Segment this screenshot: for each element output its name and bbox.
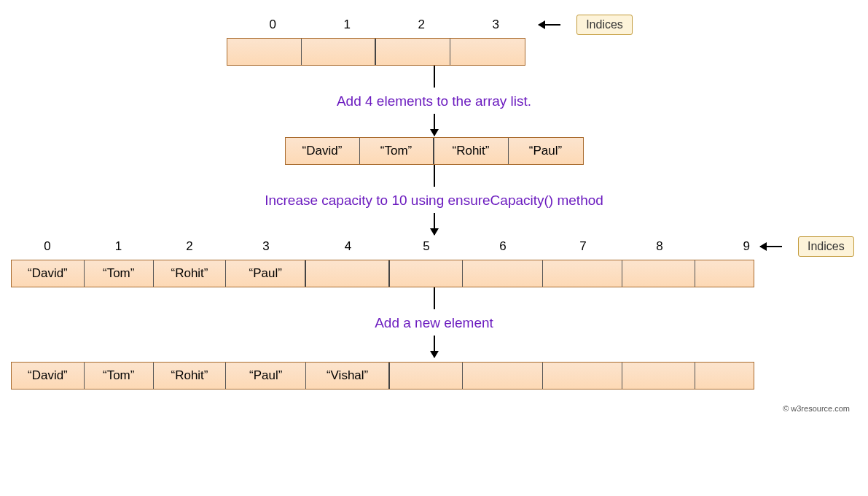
index-label: 8 xyxy=(623,239,696,254)
index-label: 6 xyxy=(463,239,543,254)
cell xyxy=(695,260,754,287)
row1-cells-wrap xyxy=(227,38,642,66)
arrow-down-icon xyxy=(434,165,435,187)
caption-3: Add a new element xyxy=(375,315,493,331)
row4-cells: “David” “Tom” “Rohit” “Paul” “Vishal” xyxy=(11,362,754,390)
index-label: 2 xyxy=(384,18,458,32)
cell xyxy=(227,39,302,65)
cell: “Tom” xyxy=(360,138,434,164)
cell xyxy=(695,363,754,389)
arrow-down-icon xyxy=(434,114,435,136)
cell xyxy=(376,39,450,65)
cell xyxy=(543,363,623,389)
row3-cells: “David” “Tom” “Rohit” “Paul” xyxy=(11,260,754,287)
row1-indices-wrap: 0 1 2 3 Indices xyxy=(235,15,633,35)
index-label: 3 xyxy=(226,239,306,254)
index-label: 9 xyxy=(696,239,754,254)
index-label: 2 xyxy=(153,239,226,254)
arrow-down-icon xyxy=(434,66,435,88)
cell: “Rohit” xyxy=(154,363,227,389)
row1-indices: 0 1 2 3 xyxy=(235,18,533,32)
arrow-down-icon xyxy=(434,213,435,235)
index-label: 0 xyxy=(235,18,310,32)
cell xyxy=(463,363,543,389)
index-label: 1 xyxy=(310,18,384,32)
index-label: 5 xyxy=(390,239,463,254)
caption-1: Add 4 elements to the array list. xyxy=(337,93,531,109)
cell xyxy=(390,363,463,389)
index-label: 1 xyxy=(84,239,153,254)
cell: “David” xyxy=(12,260,85,287)
cell xyxy=(306,260,390,287)
cell xyxy=(390,260,463,287)
row3-indices: 0 1 2 3 4 5 6 7 8 9 xyxy=(11,239,754,254)
cell xyxy=(622,363,695,389)
cell: “Rohit” xyxy=(154,260,227,287)
cell xyxy=(543,260,623,287)
cell: “David” xyxy=(12,363,85,389)
arrow-left-icon xyxy=(539,24,560,26)
cell: “Paul” xyxy=(509,138,583,164)
indices-badge: Indices xyxy=(576,15,633,35)
index-label: 7 xyxy=(543,239,623,254)
cell: “Vishal” xyxy=(306,363,390,389)
arrow-left-icon xyxy=(760,246,782,247)
row3-indices-wrap: 0 1 2 3 4 5 6 7 8 9 Indices xyxy=(11,236,857,257)
cell xyxy=(463,260,543,287)
arrow-down-icon xyxy=(434,287,435,309)
caption-2: Increase capacity to 10 using ensureCapa… xyxy=(265,193,603,209)
cell: “Paul” xyxy=(226,363,306,389)
index-label: 3 xyxy=(458,18,533,32)
cell xyxy=(302,39,376,65)
cell xyxy=(622,260,695,287)
index-label: 4 xyxy=(306,239,390,254)
indices-badge: Indices xyxy=(798,236,854,257)
cell: “Rohit” xyxy=(434,138,509,164)
credit-text: © w3resource.com xyxy=(11,404,857,413)
cell: “Paul” xyxy=(226,260,306,287)
diagram-stage: 0 1 2 3 Indices Add 4 elements to the ar… xyxy=(11,15,857,390)
index-label: 0 xyxy=(11,239,84,254)
cell: “Tom” xyxy=(85,363,154,389)
cell: “Tom” xyxy=(85,260,154,287)
cell xyxy=(450,39,525,65)
row1-cells xyxy=(227,38,525,66)
cell: “David” xyxy=(286,138,360,164)
row2-cells: “David” “Tom” “Rohit” “Paul” xyxy=(285,137,584,165)
arrow-down-icon xyxy=(434,336,435,357)
